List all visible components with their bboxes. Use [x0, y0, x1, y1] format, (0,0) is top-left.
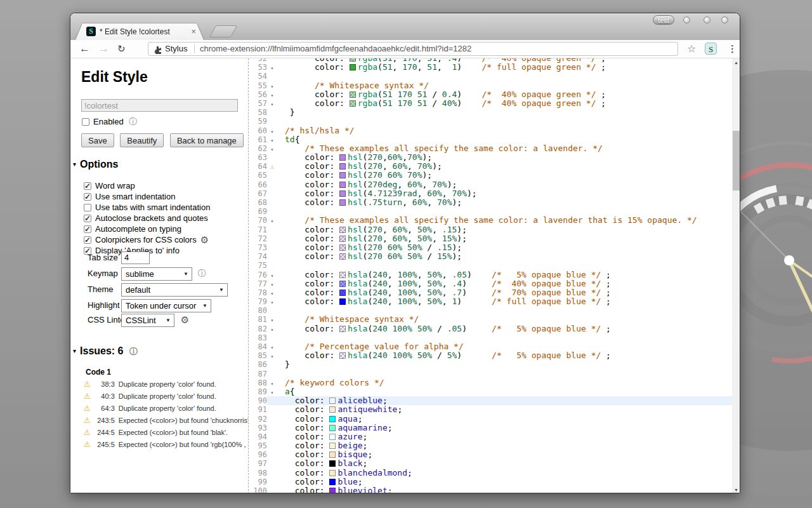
code-line[interactable]: 80 — [249, 306, 732, 315]
fold-arrow-icon[interactable]: ▾ — [271, 65, 274, 71]
code-line[interactable]: 60▾/* hsl/hsla */ — [249, 126, 732, 135]
scrollbar-down-arrow[interactable]: ▼ — [732, 486, 740, 493]
code-line[interactable]: 94 color: azure; — [249, 432, 732, 441]
code-text[interactable]: color: azure; — [277, 432, 732, 441]
color-swatch[interactable] — [339, 172, 346, 178]
code-line[interactable]: 96 color: bisque; — [249, 450, 732, 459]
code-line[interactable]: 57▾ color: rgba(51 170 51 / 40%) /* 40% … — [249, 99, 732, 108]
code-text[interactable]: } — [277, 108, 732, 117]
code-text[interactable]: color: aquamarine; — [277, 424, 732, 432]
color-swatch[interactable] — [329, 398, 336, 404]
code-text[interactable]: color: hsla(240, 100%, 50%, .05) /* 5% o… — [277, 271, 732, 279]
color-swatch[interactable] — [339, 182, 346, 188]
code-line[interactable]: 84▾ /* Percentage value for alpha */ — [249, 342, 732, 351]
color-swatch[interactable] — [339, 236, 346, 242]
color-swatch[interactable] — [339, 190, 346, 197]
code-editor[interactable]: 52 color: rgba(51, 170, 51, .4) /* 40% o… — [249, 58, 732, 493]
code-text[interactable] — [277, 306, 732, 315]
code-line[interactable]: 52 color: rgba(51, 170, 51, .4) /* 40% o… — [249, 58, 732, 63]
code-text[interactable]: color: hsl(270 60% 70%); — [277, 171, 732, 180]
code-text[interactable] — [277, 333, 732, 342]
code-text[interactable]: color: hsl(270 60% 50% / 15%); — [277, 252, 732, 261]
fold-arrow-icon[interactable]: ▾ — [271, 93, 274, 98]
issues-section-toggle[interactable]: ▾Issues: 6 ⓘ — [73, 345, 138, 358]
reload-button[interactable]: ↻ — [117, 40, 126, 58]
code-line[interactable]: 55▾ /* Whitespace syntax */ — [249, 81, 732, 90]
color-swatch[interactable] — [350, 100, 356, 107]
code-line[interactable]: 56▾ color: rgba(51 170 51 / 0.4) /* 40% … — [249, 90, 732, 99]
fold-arrow-icon[interactable]: ▾ — [271, 291, 274, 297]
window-minimize-button[interactable] — [683, 17, 690, 23]
code-text[interactable]: a{ — [277, 387, 732, 396]
code-line[interactable]: 62▾ /* These examples all specify the sa… — [249, 144, 732, 153]
code-line[interactable]: 54 — [249, 72, 732, 81]
color-swatch[interactable] — [329, 488, 336, 493]
fold-arrow-icon[interactable]: ▾ — [271, 300, 274, 305]
code-text[interactable]: color: hsl(270, 60%, 50%, .15); — [277, 225, 732, 234]
code-text[interactable]: color: hsl(270, 60%, 50%, 15%); — [277, 234, 732, 243]
window-maximize-button[interactable] — [704, 17, 710, 23]
fold-arrow-icon[interactable]: ▾ — [271, 318, 274, 323]
code-line[interactable]: 78▾ color: hsla(240, 100%, 50%, .7) /* 7… — [249, 288, 732, 297]
fold-arrow-icon[interactable]: ▾ — [271, 273, 274, 279]
checkbox[interactable] — [84, 182, 91, 190]
code-text[interactable] — [277, 72, 732, 81]
fold-arrow-icon[interactable]: ▾ — [271, 345, 274, 351]
new-tab-button[interactable] — [209, 25, 237, 37]
code-text[interactable] — [277, 370, 732, 378]
code-text[interactable]: color: hsla(240, 100%, 50%, 1) /* full o… — [277, 297, 732, 306]
code-line[interactable]: 99 color: blue; — [249, 478, 732, 486]
fold-arrow-icon[interactable]: ▾ — [271, 327, 274, 333]
color-swatch[interactable] — [350, 64, 356, 70]
code-text[interactable]: color: rgba(51 170 51 / 0.4) /* 40% opaq… — [277, 90, 732, 99]
bookmark-star-icon[interactable]: ☆ — [687, 40, 696, 58]
code-line[interactable]: 70▾ /* These examples all specify the sa… — [249, 216, 732, 225]
color-swatch[interactable] — [329, 425, 336, 431]
code-line[interactable]: 65 color: hsl(270 60% 70%); — [249, 171, 732, 180]
checkbox[interactable] — [84, 225, 91, 233]
color-swatch[interactable] — [329, 406, 336, 413]
option-checkbox-row[interactable]: Autocomplete on typing — [84, 224, 210, 234]
forward-button[interactable]: → — [98, 40, 109, 58]
color-swatch[interactable] — [339, 154, 346, 161]
code-text[interactable]: } — [277, 360, 732, 369]
code-line[interactable]: 73 color: hsl(270 60% 50% / .15); — [249, 243, 732, 252]
issue-row[interactable]: ⚠245:5Expected (<color>) but found 'rgb(… — [84, 439, 248, 451]
scrollbar-thumb[interactable] — [733, 131, 740, 190]
back-button[interactable]: ← — [79, 40, 90, 58]
tab-size-input[interactable] — [121, 251, 150, 264]
code-line[interactable]: 86} — [249, 360, 732, 369]
option-checkbox-row[interactable]: Autoclose brackets and quotes — [84, 213, 210, 224]
code-text[interactable]: color: hsl(270 60% 50% / .15); — [277, 243, 732, 252]
code-text[interactable]: /* Whitespace syntax */ — [277, 315, 732, 324]
color-swatch[interactable] — [339, 244, 346, 251]
fold-arrow-icon[interactable]: ▾ — [271, 381, 274, 387]
highlight-select[interactable]: Token under cursor▼ — [121, 299, 211, 312]
fold-arrow-icon[interactable]: ▾ — [271, 390, 274, 396]
code-text[interactable]: color: hsl(.75turn, 60%, 70%); — [277, 198, 732, 207]
address-bar[interactable]: Stylus chrome-extension://lfnlmiimoamfid… — [148, 42, 678, 56]
browser-tab[interactable]: S * Edit Style !colortest × — [75, 23, 204, 40]
code-line[interactable]: 95 color: beige; — [249, 441, 732, 450]
checkbox[interactable] — [84, 204, 91, 211]
code-line[interactable]: 68 color: hsl(.75turn, 60%, 70%); — [249, 198, 732, 207]
color-swatch[interactable] — [329, 443, 336, 449]
code-text[interactable]: color: hsla(240 100% 50% / .05) /* 5% op… — [277, 324, 732, 333]
code-text[interactable]: /* Percentage value for alpha */ — [277, 342, 732, 351]
code-line[interactable]: 77▾ color: hsla(240, 100%, 50%, .4) /* 4… — [249, 279, 732, 288]
stylus-extension-icon[interactable]: S — [705, 43, 717, 55]
issue-row[interactable]: ⚠40:3Duplicate property 'color' found. — [84, 391, 248, 403]
code-line[interactable]: 89▾a{ — [249, 387, 732, 396]
checkbox[interactable] — [84, 215, 91, 222]
color-swatch[interactable] — [329, 479, 336, 485]
option-checkbox-row[interactable]: Colorpickers for CSS colors⚙ — [84, 234, 210, 245]
code-text[interactable] — [277, 117, 732, 126]
color-swatch[interactable] — [339, 352, 346, 359]
code-line[interactable]: 97 color: black; — [249, 459, 732, 468]
code-text[interactable] — [277, 261, 732, 270]
gear-icon[interactable]: ⚙ — [181, 314, 189, 325]
gear-icon[interactable]: ⚙ — [200, 234, 209, 245]
code-line[interactable]: 74 color: hsl(270 60% 50% / 15%); — [249, 252, 732, 261]
code-text[interactable]: td{ — [277, 135, 732, 144]
code-text[interactable]: color: hsl(270deg, 60%, 70%); — [277, 180, 732, 189]
